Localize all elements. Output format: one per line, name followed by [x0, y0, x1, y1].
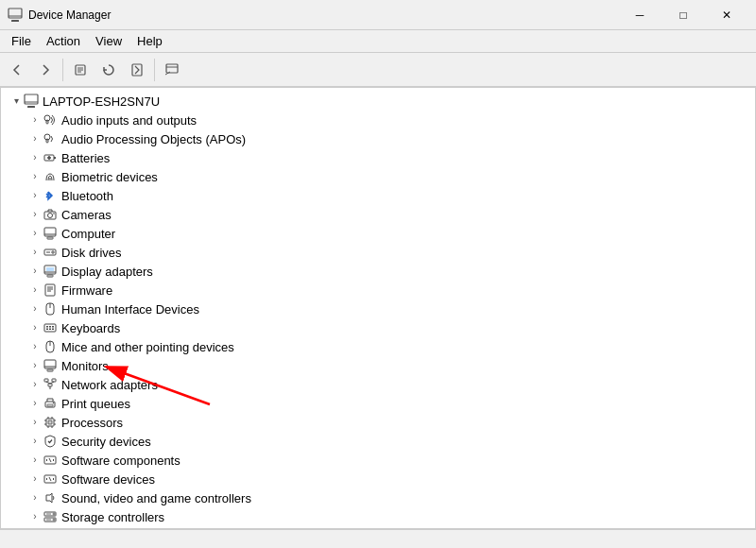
svg-point-31: [52, 251, 54, 253]
label-mice: Mice and other pointing devices: [61, 340, 234, 354]
tree-item-monitors[interactable]: › Monitors: [20, 356, 755, 375]
toolbar-help-button[interactable]: [159, 57, 185, 83]
label-cameras: Cameras: [61, 208, 112, 222]
menu-view[interactable]: View: [88, 32, 129, 50]
chevron-storage-controllers: ›: [27, 509, 43, 524]
svg-rect-56: [44, 379, 48, 382]
svg-rect-47: [46, 329, 48, 331]
main-content-area: ▾ LAPTOP-ESH2SN7U ›: [0, 87, 756, 529]
label-bluetooth: Bluetooth: [61, 189, 113, 203]
icon-processors: [43, 415, 58, 430]
svg-rect-1: [11, 20, 19, 22]
svg-point-82: [53, 519, 55, 521]
device-tree: ▾ LAPTOP-ESH2SN7U ›: [1, 88, 755, 528]
icon-hid: [43, 301, 58, 317]
chevron-monitors: ›: [27, 358, 43, 373]
svg-rect-62: [47, 404, 53, 406]
icon-monitors: [43, 358, 58, 373]
chevron-cameras: ›: [27, 207, 43, 222]
tree-item-cameras[interactable]: › Cameras: [20, 205, 755, 224]
svg-rect-37: [45, 284, 55, 296]
label-audio-inputs: Audio inputs and outputs: [61, 113, 197, 128]
tree-item-sound-video[interactable]: › Sound, video and game controllers: [20, 488, 755, 507]
icon-mice: [43, 339, 58, 354]
tree-item-computer[interactable]: › Computer: [20, 224, 755, 243]
tree-item-disk-drives[interactable]: › Disk drives: [20, 243, 755, 262]
window-controls: ─ □ ✕: [618, 0, 748, 30]
tree-item-firmware[interactable]: › Firmware: [20, 281, 755, 300]
icon-bluetooth: [43, 188, 58, 203]
chevron-hid: ›: [27, 301, 43, 317]
svg-marker-78: [46, 493, 52, 503]
tree-item-storage-controllers[interactable]: › Storage controllers: [20, 507, 755, 526]
tree-item-software-devices[interactable]: › Software devices: [20, 470, 755, 488]
icon-computer: [43, 226, 58, 241]
menu-action[interactable]: Action: [39, 32, 88, 50]
svg-rect-55: [48, 384, 52, 386]
tree-item-security-devices[interactable]: › Security devices: [20, 432, 755, 451]
tree-scroll-area[interactable]: ▾ LAPTOP-ESH2SN7U ›: [1, 88, 755, 528]
close-button[interactable]: ✕: [705, 0, 748, 30]
chevron-mice: ›: [27, 339, 43, 354]
icon-batteries: [43, 150, 58, 165]
svg-rect-34: [47, 275, 53, 277]
menu-file[interactable]: File: [4, 32, 39, 50]
toolbar-forward-button[interactable]: [32, 57, 59, 83]
label-monitors: Monitors: [61, 359, 109, 373]
toolbar-back-button[interactable]: [4, 57, 30, 83]
toolbar-scan-button[interactable]: [95, 57, 122, 83]
chevron-display-adapters: ›: [27, 264, 43, 279]
root-chevron: ▾: [9, 94, 24, 109]
icon-print-queues: [43, 396, 58, 411]
tree-item-apos[interactable]: › Audio Processing Objects (APOs): [20, 129, 755, 148]
svg-rect-36: [46, 267, 54, 271]
tree-item-bluetooth[interactable]: › Bluetooth: [20, 186, 755, 205]
icon-sound-video: [43, 490, 58, 505]
root-computer-icon: [24, 94, 39, 109]
tree-item-print-queues[interactable]: › Print queues: [20, 394, 755, 413]
chevron-processors: ›: [27, 415, 43, 430]
svg-rect-19: [54, 157, 56, 159]
tree-item-batteries[interactable]: › Batteries: [20, 148, 755, 167]
label-software-devices: Software devices: [61, 472, 155, 487]
maximize-button[interactable]: □: [662, 0, 705, 30]
tree-item-audio-inputs[interactable]: › Audio inputs and outputs: [20, 111, 755, 129]
toolbar-properties-button[interactable]: [67, 57, 94, 83]
chevron-computer: ›: [27, 226, 43, 241]
label-firmware: Firmware: [61, 283, 112, 298]
tree-item-software-components[interactable]: › Software components: [20, 451, 755, 470]
icon-network-adapters: [43, 377, 58, 392]
minimize-button[interactable]: ─: [618, 0, 662, 30]
icon-security-devices: [43, 434, 58, 449]
tree-item-biometric[interactable]: › Biometric devices: [20, 167, 755, 186]
window-title: Device Manager: [28, 9, 618, 22]
svg-rect-8: [166, 64, 178, 73]
tree-children: › Audio inputs and outputs ›: [1, 111, 755, 528]
toolbar-update-button[interactable]: [124, 57, 150, 83]
svg-point-63: [53, 402, 54, 403]
tree-item-hid[interactable]: › Human Interface Devices: [20, 300, 755, 318]
label-print-queues: Print queues: [61, 397, 130, 411]
status-bar: [0, 529, 756, 548]
tree-item-keyboards[interactable]: › Keyboards: [20, 318, 755, 337]
chevron-network-adapters: ›: [27, 377, 43, 392]
tree-item-system-devices[interactable]: › System devices: [20, 526, 755, 528]
icon-keyboards: [43, 320, 58, 335]
icon-audio-inputs: [43, 112, 58, 128]
label-hid: Human Interface Devices: [61, 302, 199, 317]
menu-help[interactable]: Help: [129, 32, 170, 50]
tree-item-display-adapters[interactable]: › Display adapters: [20, 262, 755, 281]
tree-item-network-adapters[interactable]: › Network adapters: [20, 375, 755, 394]
label-sound-video: Sound, video and game controllers: [61, 491, 251, 505]
chevron-software-components: ›: [27, 453, 43, 468]
chevron-sound-video: ›: [27, 490, 43, 505]
svg-rect-52: [44, 360, 56, 368]
tree-root-node[interactable]: ▾ LAPTOP-ESH2SN7U: [1, 92, 755, 111]
toolbar: [0, 53, 756, 87]
label-processors: Processors: [61, 416, 123, 430]
tree-item-processors[interactable]: ›: [20, 413, 755, 432]
tree-item-mice[interactable]: › Mice and other pointing devices: [20, 337, 755, 356]
svg-rect-53: [47, 369, 53, 371]
label-security-devices: Security devices: [61, 435, 151, 449]
chevron-keyboards: ›: [27, 320, 43, 335]
